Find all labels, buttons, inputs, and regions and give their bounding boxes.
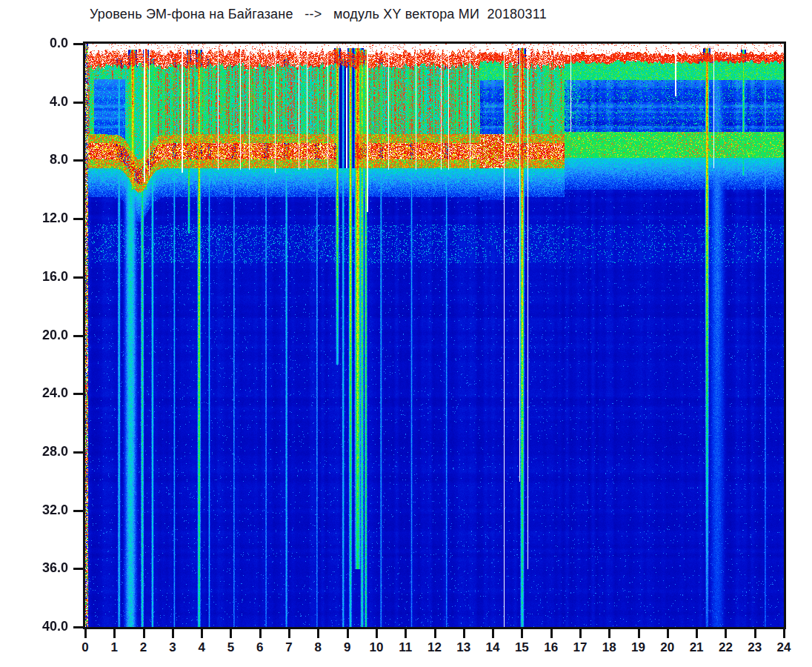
y-axis-tick bbox=[73, 626, 83, 628]
x-axis-tick bbox=[696, 629, 698, 638]
x-axis-tick bbox=[550, 629, 553, 638]
y-axis-tick bbox=[73, 335, 83, 337]
chart-title: Уровень ЭМ-фона на Байгазане --> модуль … bbox=[90, 7, 547, 22]
em-background-spectrogram-page: Уровень ЭМ-фона на Байгазане --> модуль … bbox=[0, 0, 812, 667]
x-axis-tick bbox=[230, 629, 232, 638]
x-axis-tick-label: 14 bbox=[476, 640, 509, 655]
x-axis-tick-label: 7 bbox=[273, 640, 305, 655]
x-axis-tick bbox=[725, 629, 727, 638]
x-axis-tick-label: 15 bbox=[505, 640, 538, 655]
x-axis-tick-label: 4 bbox=[185, 640, 218, 655]
y-axis-tick-label: 20.0 bbox=[10, 328, 68, 343]
x-axis-tick-label: 11 bbox=[389, 640, 422, 655]
x-axis-tick-label: 24 bbox=[768, 640, 800, 655]
y-axis-tick bbox=[73, 43, 83, 45]
y-axis-tick bbox=[73, 451, 83, 454]
x-axis-tick-label: 6 bbox=[244, 640, 276, 655]
x-axis-tick-label: 5 bbox=[214, 640, 247, 655]
x-axis-tick-label: 3 bbox=[156, 640, 189, 655]
x-axis-tick bbox=[201, 629, 203, 638]
x-axis-tick bbox=[463, 629, 465, 638]
x-axis-tick bbox=[783, 629, 785, 638]
plot-frame bbox=[83, 42, 786, 629]
x-axis-tick-label: 19 bbox=[622, 640, 655, 655]
x-axis-tick-label: 17 bbox=[564, 640, 596, 655]
y-axis-tick-label: 28.0 bbox=[10, 444, 68, 459]
y-axis-tick-label: 0.0 bbox=[10, 36, 68, 51]
x-axis-tick-label: 20 bbox=[651, 640, 684, 655]
x-axis-tick-label: 1 bbox=[98, 640, 130, 655]
x-axis-tick bbox=[434, 629, 436, 638]
y-axis-tick-label: 16.0 bbox=[10, 269, 68, 285]
x-axis-tick bbox=[113, 629, 116, 638]
x-axis-tick-label: 16 bbox=[535, 640, 568, 655]
y-axis-tick-label: 8.0 bbox=[10, 152, 68, 167]
x-axis-tick bbox=[259, 629, 262, 638]
x-axis-tick-label: 21 bbox=[680, 640, 713, 655]
x-axis-tick-label: 22 bbox=[709, 640, 742, 655]
x-axis-tick-label: 13 bbox=[447, 640, 480, 655]
x-axis-tick bbox=[84, 629, 87, 638]
y-axis-tick-label: 36.0 bbox=[10, 560, 68, 576]
y-axis-tick bbox=[73, 568, 83, 570]
x-axis-tick bbox=[143, 629, 145, 638]
y-axis-tick bbox=[73, 510, 83, 512]
y-axis-tick bbox=[73, 102, 83, 104]
x-axis-tick-label: 8 bbox=[302, 640, 334, 655]
y-axis-tick bbox=[73, 393, 83, 395]
x-axis-tick bbox=[288, 629, 290, 638]
y-axis-tick bbox=[73, 276, 83, 279]
y-axis-tick-label: 40.0 bbox=[10, 619, 68, 634]
x-axis-tick bbox=[317, 629, 319, 638]
x-axis-tick bbox=[579, 629, 582, 638]
x-axis-tick bbox=[667, 629, 669, 638]
y-axis-tick bbox=[73, 218, 83, 220]
x-axis-tick bbox=[492, 629, 494, 638]
x-axis-tick-label: 18 bbox=[593, 640, 625, 655]
x-axis-tick-label: 9 bbox=[331, 640, 364, 655]
x-axis-tick-label: 10 bbox=[360, 640, 393, 655]
x-axis-tick-label: 23 bbox=[739, 640, 771, 655]
x-axis-tick-label: 0 bbox=[69, 640, 102, 655]
x-axis-tick bbox=[754, 629, 756, 638]
x-axis-tick bbox=[347, 629, 349, 638]
x-axis-tick bbox=[521, 629, 523, 638]
x-axis-tick bbox=[405, 629, 407, 638]
x-axis-tick-label: 2 bbox=[127, 640, 160, 655]
x-axis-tick bbox=[608, 629, 610, 638]
x-axis-tick bbox=[638, 629, 640, 638]
y-axis-tick-label: 32.0 bbox=[10, 502, 68, 518]
y-axis-tick-label: 12.0 bbox=[10, 210, 68, 226]
x-axis-tick bbox=[376, 629, 378, 638]
x-axis-tick-label: 12 bbox=[419, 640, 451, 655]
x-axis-tick bbox=[172, 629, 174, 638]
y-axis-tick-label: 4.0 bbox=[10, 94, 68, 110]
y-axis-tick-label: 24.0 bbox=[10, 385, 68, 401]
y-axis-tick bbox=[73, 159, 83, 162]
